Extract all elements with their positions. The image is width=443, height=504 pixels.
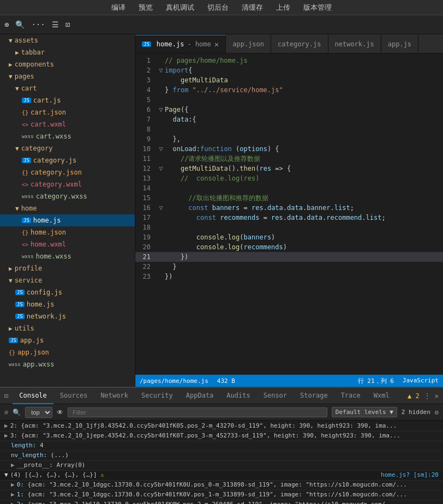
- fold-12[interactable]: ▽: [157, 164, 165, 173]
- sidebar-item-app-json[interactable]: {} app.json: [0, 346, 135, 358]
- expand-icon-6[interactable]: ▼: [4, 471, 8, 478]
- sidebar-item-service-home-js[interactable]: JS home.js: [0, 298, 135, 310]
- toolbar-upload[interactable]: 上传: [276, 3, 290, 13]
- code-line-21: 21 }): [135, 252, 443, 262]
- sidebar-item-home-wxss[interactable]: wxss home.wxss: [0, 250, 135, 262]
- json-badge-3: {}: [22, 230, 28, 236]
- devtools-tab-storage[interactable]: Storage: [294, 388, 334, 404]
- devtools-tab-trace[interactable]: Trace: [334, 388, 367, 404]
- expand-icon-1[interactable]: ▶: [4, 422, 8, 429]
- expand-icon-9[interactable]: ▶: [11, 501, 15, 504]
- sidebar-item-profile[interactable]: ▶ profile: [0, 262, 135, 274]
- devtools-tab-audits[interactable]: Audits: [220, 388, 256, 404]
- settings-icon[interactable]: ⚙: [435, 409, 439, 416]
- toolbar-compile[interactable]: 编译: [111, 3, 125, 13]
- sidebar-item-utils[interactable]: ▶ utils: [0, 322, 135, 334]
- sidebar-item-category-js[interactable]: JS category.js: [0, 154, 135, 166]
- devtools-more-icon[interactable]: ⋮: [424, 392, 430, 400]
- add-icon[interactable]: ⊕: [4, 20, 9, 29]
- folder-profile-label: profile: [15, 265, 43, 272]
- eye-icon[interactable]: 👁: [57, 409, 63, 416]
- console-source-6[interactable]: home.js? [sm]:20: [381, 471, 439, 478]
- tab-app-js-label: app.js: [388, 40, 411, 48]
- devtools-tab-appdata[interactable]: AppData: [179, 388, 220, 404]
- sidebar-item-category-wxss[interactable]: wxss category.wxss: [0, 190, 135, 202]
- devtools-block-icon[interactable]: ⊘: [4, 409, 8, 416]
- sidebar-item-app-wxss[interactable]: wxss app.wxss: [0, 358, 135, 370]
- fold-2[interactable]: ▽: [157, 65, 165, 75]
- console-line-1[interactable]: ▶ 2: {acm: "3.mce.2_10_1jfj8.43542.0.ccy…: [0, 422, 443, 431]
- toolbar-version[interactable]: 版本管理: [303, 3, 332, 13]
- more-icon[interactable]: ···: [31, 20, 45, 29]
- expand-icon-8[interactable]: ▶: [11, 491, 15, 498]
- sidebar-item-cart-js[interactable]: JS cart.js: [0, 94, 135, 106]
- sidebar-item-cart-wxss[interactable]: wxss cart.wxss: [0, 130, 135, 142]
- sidebar-item-assets[interactable]: ▼ assets: [0, 34, 135, 46]
- sidebar-item-home-js[interactable]: JS home.js: [0, 214, 135, 226]
- sidebar-item-home-json[interactable]: {} home.json: [0, 226, 135, 238]
- sidebar-item-network-js[interactable]: JS network.js: [0, 310, 135, 322]
- tab-app-js[interactable]: app.js: [381, 35, 418, 53]
- console-text-4: nv_length: (...): [11, 452, 439, 459]
- toolbar-device-debug[interactable]: 真机调试: [166, 3, 194, 13]
- fold-10[interactable]: ▽: [157, 144, 165, 154]
- console-line-6[interactable]: ▼ (4) [{…}, {…}, {…}, {…}] ⚠ home.js? [s…: [0, 471, 443, 481]
- devtools-tab-console[interactable]: Console: [13, 388, 53, 404]
- sidebar-item-config-js[interactable]: JS config.js: [0, 286, 135, 298]
- sidebar-item-app-js[interactable]: JS app.js: [0, 334, 135, 346]
- code-line-19: 19 console.log(banners): [135, 232, 443, 242]
- console-line-2[interactable]: ▶ 3: {acm: "3.mce.2_10_1jepe.43542.0.ccy…: [0, 431, 443, 441]
- code-line-18: 18: [135, 223, 443, 232]
- console-line-7[interactable]: ▶ 0: {acm: "3.mce.2_10_1dggc.13730.0.ccy…: [0, 481, 443, 490]
- console-line-5[interactable]: ▶ __proto__: Array(0): [0, 461, 443, 471]
- sidebar-item-pages[interactable]: ▼ pages: [0, 70, 135, 82]
- sidebar-item-cart-json[interactable]: {} cart.json: [0, 106, 135, 118]
- warn-icon-6: ⚠: [100, 471, 104, 478]
- console-line-8[interactable]: ▶ 1: {acm: "3.mce.2_10_1dggc.13730.0.ccy…: [0, 490, 443, 500]
- search-icon[interactable]: 🔍: [15, 20, 25, 29]
- sidebar-item-tabbar[interactable]: ▶ tabbar: [0, 46, 135, 58]
- console-line-4[interactable]: nv_length: (...): [0, 451, 443, 461]
- devtools-close-icon[interactable]: ✕: [435, 392, 439, 400]
- context-select[interactable]: top: [25, 407, 52, 418]
- fold-16[interactable]: ▽: [157, 203, 165, 213]
- expand-icon-2[interactable]: ▶: [4, 432, 8, 439]
- devtools-tab-security[interactable]: Security: [135, 388, 179, 404]
- sidebar-item-home-wxml[interactable]: <> home.wxml: [0, 238, 135, 250]
- filter-input[interactable]: [68, 407, 327, 417]
- devtools-content[interactable]: ▶ 2: {acm: "3.mce.2_10_1jfj8.43542.0.ccy…: [0, 421, 443, 504]
- toolbar-preview[interactable]: 预览: [139, 3, 153, 13]
- sidebar-item-cart-wxml[interactable]: <> cart.wxml: [0, 118, 135, 130]
- code-editor[interactable]: 1 // pages/home/home.js 2 ▽ import{ 3 ge…: [135, 53, 443, 375]
- devtools-tab-sources[interactable]: Sources: [53, 388, 94, 404]
- sidebar-item-service[interactable]: ▼ service: [0, 274, 135, 286]
- tab-close-icon[interactable]: ✕: [214, 40, 219, 49]
- sidebar-item-category-json[interactable]: {} category.json: [0, 166, 135, 178]
- toolbar-background[interactable]: 切后台: [207, 3, 229, 13]
- console-line-3[interactable]: length: 4: [0, 441, 443, 451]
- sidebar-item-category-wxml[interactable]: <> category.wxml: [0, 178, 135, 190]
- explorer-icon[interactable]: ☰: [52, 20, 59, 29]
- console-line-9[interactable]: ▶ 2: {acm: "3.mce.2_1b610.13730.0.ccy5br…: [0, 500, 443, 504]
- sidebar-item-category[interactable]: ▼ category: [0, 142, 135, 154]
- sidebar-item-cart[interactable]: ▼ cart: [0, 82, 135, 94]
- expand-icon-5[interactable]: ▶: [11, 461, 15, 469]
- tab-app-json[interactable]: app.json: [226, 35, 271, 53]
- devtools-tab-sensor[interactable]: Sensor: [257, 388, 294, 404]
- tab-network-js[interactable]: network.js: [328, 35, 381, 53]
- file-cart-wxml: cart.wxml: [31, 121, 66, 128]
- sidebar-item-home[interactable]: ▼ home: [0, 202, 135, 214]
- toolbar-clear-cache[interactable]: 清缓存: [242, 3, 263, 13]
- expand-icon-7[interactable]: ▶: [11, 481, 15, 488]
- sidebar-item-components[interactable]: ▶ components: [0, 58, 135, 70]
- tab-home-js[interactable]: JS home.js - home ✕: [135, 35, 226, 53]
- devtools-tab-wxml[interactable]: Wxml: [367, 388, 396, 404]
- devtools-toolbar: ⊘ 🔍 top 👁 Default levels ▼ 2 hidden ⚙: [0, 404, 443, 421]
- default-levels-select[interactable]: Default levels ▼: [332, 407, 397, 417]
- panel-icon[interactable]: ⊡: [65, 20, 70, 29]
- devtools-toggle-icon[interactable]: ⊡: [4, 392, 8, 400]
- tab-category-js[interactable]: category.js: [271, 35, 328, 53]
- fold-6[interactable]: ▽: [157, 105, 165, 115]
- code-content-6: Page({: [165, 105, 443, 115]
- devtools-tab-network[interactable]: Network: [94, 388, 135, 404]
